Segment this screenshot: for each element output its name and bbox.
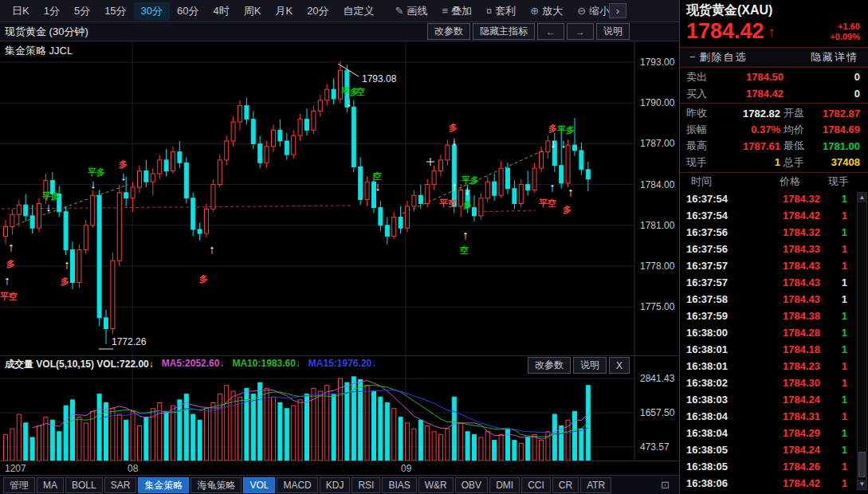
x-axis: 12070809 [0,461,679,475]
tick-volume: 1 [842,193,847,205]
signal-label: 平多 [88,167,105,177]
up-arrow-marker: ↑ [549,180,556,194]
period-button-周K[interactable]: 周K [237,2,269,20]
volume-bar [218,394,222,461]
down-arrow-marker: ↓ [464,183,470,197]
tab-管理[interactable]: 管理 [3,477,35,493]
signal-label: 多 [449,123,458,132]
period-selector: 日K1分5分15分30分60分4时周K月K20分自定义 [5,2,382,20]
delete-watchlist-button[interactable]: −删除自选 [689,50,748,65]
period-button-自定义[interactable]: 自定义 [336,2,382,20]
candle [104,318,108,329]
scroll-down-icon[interactable]: ▼ [858,480,866,489]
tick-time: 16:38:01 [686,360,755,372]
tick-col-header: 时间 [691,174,758,189]
indicator-tabs: 管理MABOLLSAR集金策略海龟策略VOLMACDKDJRSIBIASW&RO… [3,477,611,493]
candle [251,120,255,144]
tab-VOL[interactable]: VOL [243,477,275,493]
volume-bar [372,391,376,461]
down-arrow-marker: ↓ [45,200,52,214]
candle [158,160,162,174]
candle [292,135,296,155]
zoom-in-button[interactable]: ⊕放大 [523,2,570,20]
chart-subbar: 现货黄金 (30分钟) 改参数隐藏主指标←→说明 [0,22,679,41]
period-button-月K[interactable]: 月K [268,2,300,20]
period-button-60分[interactable]: 60分 [170,2,206,20]
volume-header: 成交量 VOL(5,10,15) VOL:722.00↓MA5:2052.60↓… [5,358,376,371]
overlay-button[interactable]: ≡叠加 [435,2,480,20]
period-button-4时[interactable]: 4时 [206,2,237,20]
period-button-日K[interactable]: 日K [5,2,37,20]
candle [412,195,416,206]
volume-bar [131,411,135,461]
scroll-up-icon[interactable]: ▲ [858,193,866,202]
vol-help-button[interactable]: 说明 [573,357,607,374]
tab-SAR[interactable]: SAR [104,477,137,493]
fullscreen-icon[interactable]: ⊡ [661,479,670,491]
draw-line-button[interactable]: ✎画线 [388,2,435,20]
volume-bar [506,429,510,461]
tab-W&R[interactable]: W&R [418,477,454,493]
price-axis: 1793.001790.001787.001784.001781.001778.… [637,41,680,355]
collapse-toolbar-button[interactable]: › [609,3,626,18]
tab-BIAS[interactable]: BIAS [382,477,416,493]
tick-col-header: 现手 [828,174,849,189]
period-button-30分[interactable]: 30分 [134,2,170,20]
volume-bar [399,418,403,461]
layers-icon: ≡ [442,5,449,17]
period-button-15分[interactable]: 15分 [97,2,133,20]
bidask-price: 1784.50 [723,71,784,83]
tab-OBV[interactable]: OBV [455,477,488,493]
tab-MA[interactable]: MA [37,477,64,493]
tab-海龟策略[interactable]: 海龟策略 [190,477,242,493]
volume-bar [298,400,302,461]
tab-DMI[interactable]: DMI [489,477,520,493]
volume-tick-label: 1657.50 [640,407,674,418]
vol-modify-params-button[interactable]: 改参数 [528,357,571,374]
modify-params-button[interactable]: 改参数 [427,23,470,40]
tick-volume: 1 [842,276,847,288]
candle [540,152,544,168]
tab-BOLL[interactable]: BOLL [65,477,103,493]
vol-close-button[interactable]: X [609,357,630,374]
volume-bar [573,411,577,461]
tab-KDJ[interactable]: KDJ [320,477,351,493]
signal-label: 多 [119,159,128,169]
tick-row: 16:37:541784.421 [680,207,868,224]
tab-CCI[interactable]: CCI [521,477,551,493]
tick-table-body: 16:37:541784.32116:37:541784.42116:37:56… [680,190,868,492]
ma5-line [33,381,588,440]
tick-volume: 1 [842,444,847,456]
period-button-1分[interactable]: 1分 [37,2,67,20]
tick-row: 16:38:011784.231 [680,358,868,374]
tab-CR[interactable]: CR [552,477,579,493]
tab-MACD[interactable]: MACD [277,477,317,493]
table-scrollbar[interactable]: ▲ ▼ [857,192,867,490]
volume-bar [178,400,182,461]
prev-arrow-button[interactable]: ← [537,23,564,40]
tick-row: 16:37:571784.431 [680,274,868,291]
tab-RSI[interactable]: RSI [352,477,380,493]
period-button-20分[interactable]: 20分 [300,2,336,20]
volume-buttons: 改参数说明X [528,357,630,374]
candle [258,143,262,163]
hide-main-indicator-button[interactable]: 隐藏主指标 [473,23,535,40]
period-button-5分[interactable]: 5分 [67,2,97,20]
candlestick-chart[interactable]: ↑多↑平空↑多↓平多↓平多↓多↑多↓平多空↓空↓多↑平空↓平多多↑空↓多↓平多↑… [0,41,635,355]
volume-bar [473,434,477,461]
up-arrow-marker: ↑ [451,179,458,193]
tab-集金策略[interactable]: 集金策略 [138,477,189,493]
stat-value: 0.37% [721,124,780,135]
hide-details-button[interactable]: 隐藏详情 [811,50,858,65]
tab-ATR[interactable]: ATR [580,477,611,493]
candle [493,182,497,195]
scrollbar-thumb[interactable] [858,452,866,477]
next-arrow-button[interactable]: → [567,23,594,40]
volume-bar [211,403,215,461]
arbitrage-button[interactable]: ¤套利 [479,2,523,20]
volume-bar [71,400,75,461]
down-arrow-marker: ↓ [90,177,96,190]
signal-label: 平空 [439,198,457,208]
tick-time: 16:37:57 [686,276,755,288]
help-button[interactable]: 说明 [596,23,630,40]
